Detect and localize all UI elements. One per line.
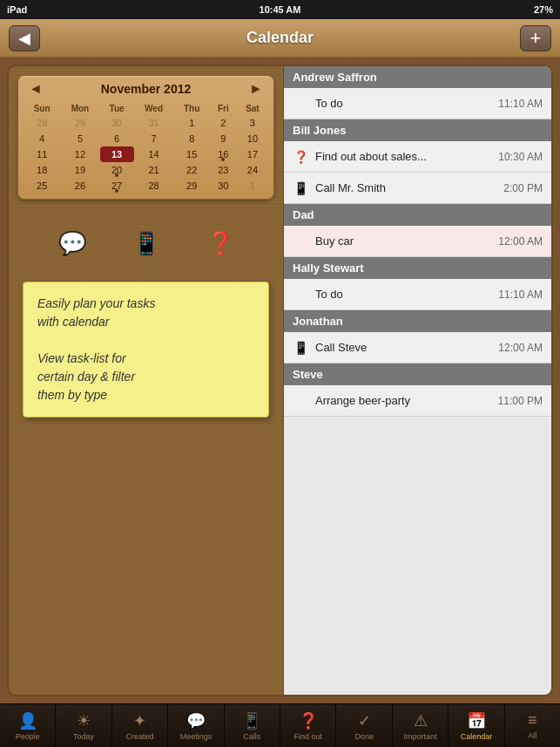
tab-label: Created xyxy=(126,732,154,741)
calendar-day[interactable]: 3 xyxy=(237,115,268,131)
tab-people[interactable]: 👤People xyxy=(0,704,56,747)
next-month-button[interactable]: ► xyxy=(247,81,265,97)
tab-bar: 👤People☀Today✦Created💬Meetings📱Calls❓Fin… xyxy=(0,703,560,747)
tab-icon: 📱 xyxy=(242,711,261,730)
calendar-day[interactable]: 20 xyxy=(100,162,134,178)
question-icon-button[interactable]: ❓ xyxy=(203,226,238,261)
contact-header: Jonathan xyxy=(284,310,551,332)
task-item[interactable]: Arrange beer-party11:00 PM xyxy=(284,385,551,417)
calendar-day[interactable]: 10 xyxy=(237,131,268,146)
calendar-day[interactable]: 19 xyxy=(60,162,99,178)
calendar-day[interactable]: 30 xyxy=(210,178,237,194)
tab-label: People xyxy=(16,732,40,741)
tab-all[interactable]: ≡All xyxy=(505,704,560,747)
cal-day-header: Sat xyxy=(237,102,268,115)
icons-row: 💬 📱 ❓ xyxy=(17,217,274,269)
task-left: Arrange beer-party xyxy=(293,394,498,407)
calendar-day[interactable]: 21 xyxy=(134,162,174,178)
task-item[interactable]: To do11:10 AM xyxy=(284,279,551,310)
task-item[interactable]: 📱Call Steve12:00 AM xyxy=(284,332,551,363)
contact-header: Hally Stewart xyxy=(284,257,551,279)
calendar-day[interactable]: 22 xyxy=(174,162,210,178)
calendar-day[interactable]: 31 xyxy=(134,115,174,131)
task-item[interactable]: 📱Call Mr. Smith2:00 PM xyxy=(284,173,551,204)
back-button[interactable]: ◀ xyxy=(9,25,40,51)
calendar-day[interactable]: 12 xyxy=(60,146,99,162)
task-name: Call Mr. Smith xyxy=(315,181,386,194)
right-panel[interactable]: Andrew SaffronTo do11:10 AMBill Jones❓Fi… xyxy=(283,66,551,695)
task-left: ❓Find out about sales... xyxy=(293,150,498,164)
tab-icon: ☀ xyxy=(77,711,91,730)
add-button[interactable]: + xyxy=(520,25,551,51)
tab-calendar[interactable]: 📅Calendar xyxy=(449,704,504,747)
calendar-day[interactable]: 5 xyxy=(60,131,99,146)
tab-label: Done xyxy=(354,732,374,741)
note-widget: Easily plan your tasks with calendar Vie… xyxy=(23,282,269,418)
battery-indicator: 27% xyxy=(371,4,553,15)
calendar-day[interactable]: 27 xyxy=(100,178,134,194)
tab-today[interactable]: ☀Today xyxy=(56,704,111,747)
calendar-day[interactable]: 30 xyxy=(100,115,134,131)
task-item[interactable]: To do11:10 AM xyxy=(284,88,551,119)
tab-icon: 💬 xyxy=(186,711,206,730)
task-name: Find out about sales... xyxy=(315,150,427,163)
calendar-day[interactable]: 28 xyxy=(134,178,174,194)
tab-find-out[interactable]: ❓Find out xyxy=(280,704,336,747)
cal-day-header: Wed xyxy=(134,102,174,115)
calendar-day[interactable]: 9 xyxy=(210,131,237,146)
tab-label: Meetings xyxy=(180,732,213,741)
tab-important[interactable]: ⚠Important xyxy=(393,704,449,747)
tab-created[interactable]: ✦Created xyxy=(112,704,168,747)
tab-label: Calls xyxy=(243,732,260,741)
task-name: To do xyxy=(315,288,343,301)
calendar-day[interactable]: 25 xyxy=(24,178,60,194)
calendar-day[interactable]: 29 xyxy=(174,178,210,194)
task-time: 10:30 AM xyxy=(498,151,543,163)
calendar-day[interactable]: 17 xyxy=(237,146,268,162)
tab-calls[interactable]: 📱Calls xyxy=(225,704,280,747)
prev-month-button[interactable]: ◄ xyxy=(27,81,44,97)
calendar-day[interactable]: 29 xyxy=(60,115,99,131)
calendar-day[interactable]: 1 xyxy=(237,178,268,194)
content-area: ◄ November 2012 ► SunMonTueWedThuFriSat … xyxy=(9,66,551,695)
tab-icon: 📅 xyxy=(467,711,486,730)
contact-header: Dad xyxy=(284,204,551,226)
cal-day-header: Thu xyxy=(174,102,210,115)
tab-icon: ❓ xyxy=(299,711,318,730)
task-type-icon: ❓ xyxy=(293,150,308,164)
task-type-icon: 📱 xyxy=(293,181,308,195)
cal-day-header: Sun xyxy=(24,102,60,115)
calendar-day[interactable]: 6 xyxy=(100,131,134,146)
calendar-day[interactable]: 8 xyxy=(174,131,210,146)
task-item[interactable]: Buy car12:00 AM xyxy=(284,226,551,257)
calendar-day[interactable]: 4 xyxy=(24,131,60,146)
calendar-day[interactable]: 14 xyxy=(134,146,174,162)
calendar-header: ◄ November 2012 ► xyxy=(24,81,268,97)
tab-label: Today xyxy=(73,732,94,741)
task-time: 12:00 AM xyxy=(498,235,543,248)
calendar-day[interactable]: 7 xyxy=(134,131,174,146)
device-name: iPad xyxy=(7,4,189,15)
phone-icon-button[interactable]: 📱 xyxy=(129,226,164,261)
calendar-day[interactable]: 26 xyxy=(60,178,99,194)
task-item[interactable]: ❓Find out about sales...10:30 AM xyxy=(284,141,551,173)
calendar-day[interactable]: 24 xyxy=(237,162,268,178)
calendar-day[interactable]: 23 xyxy=(210,162,237,178)
calendar-day[interactable]: 13 xyxy=(100,146,134,162)
tab-meetings[interactable]: 💬Meetings xyxy=(168,704,224,747)
cal-day-header: Fri xyxy=(210,102,237,115)
chat-icon-button[interactable]: 💬 xyxy=(55,226,90,261)
calendar-day[interactable]: 1 xyxy=(174,115,210,131)
calendar-day[interactable]: 28 xyxy=(24,115,60,131)
calendar-day[interactable]: 18 xyxy=(24,162,60,178)
contact-header: Steve xyxy=(284,363,551,385)
tab-done[interactable]: ✓Done xyxy=(336,704,392,747)
tab-label: All xyxy=(528,731,536,740)
task-time: 11:10 AM xyxy=(498,98,543,110)
calendar-day[interactable]: 16 xyxy=(210,146,237,162)
calendar-day[interactable]: 15 xyxy=(174,146,210,162)
task-type-icon: 📱 xyxy=(293,341,308,355)
task-time: 11:00 PM xyxy=(498,395,543,407)
calendar-day[interactable]: 2 xyxy=(210,115,237,131)
calendar-day[interactable]: 11 xyxy=(24,146,60,162)
